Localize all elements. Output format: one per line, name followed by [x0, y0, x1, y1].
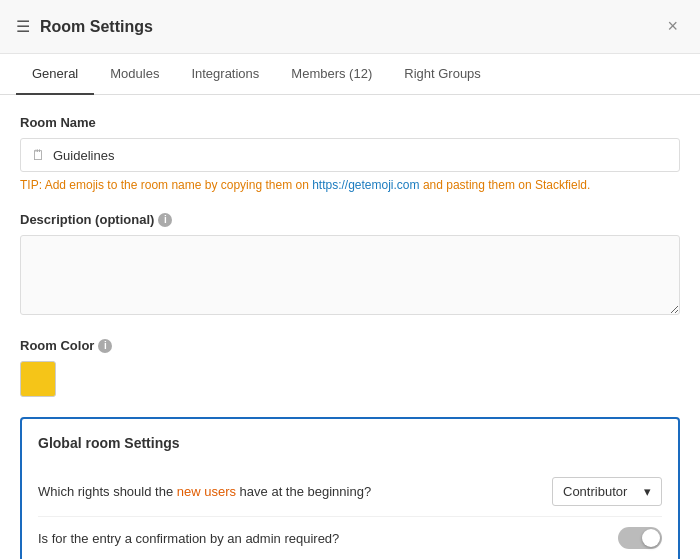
- dropdown-arrow-icon: ▾: [644, 484, 651, 499]
- modal-header: ☰ Room Settings ×: [0, 0, 700, 54]
- room-color-label: Room Color i: [20, 338, 680, 353]
- room-name-value: Guidelines: [53, 148, 114, 163]
- tab-integrations[interactable]: Integrations: [175, 54, 275, 95]
- tab-right-groups[interactable]: Right Groups: [388, 54, 497, 95]
- tab-members[interactable]: Members (12): [275, 54, 388, 95]
- room-name-group: Room Name 🗒 Guidelines TIP: Add emojis t…: [20, 115, 680, 192]
- getemoji-link[interactable]: https://getemoji.com: [312, 178, 419, 192]
- confirmation-question: Is for the entry a confirmation by an ad…: [38, 531, 618, 546]
- tab-general[interactable]: General: [16, 54, 94, 95]
- modal-title: Room Settings: [40, 18, 661, 36]
- room-color-group: Room Color i: [20, 338, 680, 397]
- global-settings-box: Global room Settings Which rights should…: [20, 417, 680, 559]
- toggle-knob: [642, 529, 660, 547]
- document-icon: 🗒: [31, 147, 45, 163]
- description-group: Description (optional) i: [20, 212, 680, 318]
- room-name-label: Room Name: [20, 115, 680, 130]
- tab-modules[interactable]: Modules: [94, 54, 175, 95]
- admin-confirmation-toggle[interactable]: ✕: [618, 527, 662, 549]
- room-color-swatch[interactable]: [20, 361, 56, 397]
- close-button[interactable]: ×: [661, 14, 684, 39]
- room-name-input[interactable]: 🗒 Guidelines: [20, 138, 680, 172]
- rights-question: Which rights should the new users have a…: [38, 484, 552, 499]
- hamburger-icon[interactable]: ☰: [16, 17, 30, 36]
- setting-row-confirmation: Is for the entry a confirmation by an ad…: [38, 517, 662, 559]
- tab-bar: General Modules Integrations Members (12…: [0, 54, 700, 95]
- contributor-dropdown[interactable]: Contributor ▾: [552, 477, 662, 506]
- modal-body: Room Name 🗒 Guidelines TIP: Add emojis t…: [0, 95, 700, 559]
- room-settings-modal: ☰ Room Settings × General Modules Integr…: [0, 0, 700, 559]
- description-info-icon[interactable]: i: [158, 213, 172, 227]
- dropdown-value: Contributor: [563, 484, 627, 499]
- emoji-tip: TIP: Add emojis to the room name by copy…: [20, 178, 680, 192]
- room-color-info-icon[interactable]: i: [98, 339, 112, 353]
- description-textarea[interactable]: [20, 235, 680, 315]
- setting-row-rights: Which rights should the new users have a…: [38, 467, 662, 517]
- global-settings-title: Global room Settings: [38, 435, 662, 451]
- description-label: Description (optional) i: [20, 212, 680, 227]
